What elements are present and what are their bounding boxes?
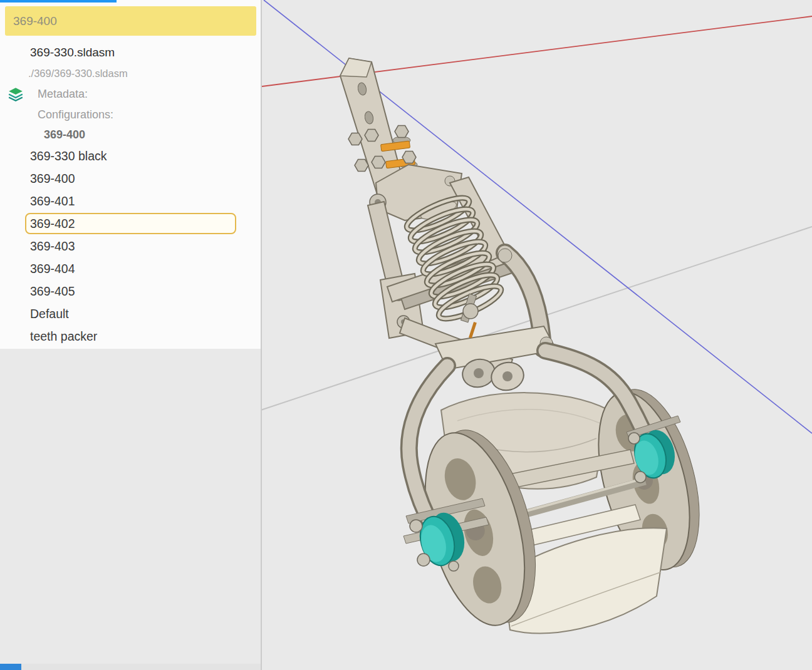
3d-viewport[interactable] bbox=[262, 0, 812, 670]
metadata-label: Metadata: bbox=[38, 88, 88, 101]
metadata-label-row: Metadata: bbox=[0, 84, 261, 105]
config-item[interactable]: Default bbox=[0, 302, 261, 325]
assembly-file-name[interactable]: 369-330.sldasm bbox=[0, 42, 261, 63]
layers-icon bbox=[8, 86, 24, 102]
config-tree: 369-330.sldasm ./369/369-330.sldasm Meta… bbox=[0, 36, 261, 348]
cad-canvas[interactable] bbox=[262, 0, 812, 670]
config-item[interactable]: 369-401 bbox=[0, 190, 261, 212]
progress-bar bbox=[0, 0, 117, 3]
config-item[interactable]: 369-405 bbox=[0, 280, 261, 302]
sidebar: 369-330.sldasm ./369/369-330.sldasm Meta… bbox=[0, 0, 261, 670]
selected-config-box[interactable]: 369-402 bbox=[25, 213, 236, 234]
axis-triad bbox=[262, 0, 812, 433]
scrollbar-thumb[interactable] bbox=[0, 664, 21, 670]
config-item[interactable]: 369-400 bbox=[0, 167, 261, 190]
config-item[interactable]: 369-403 bbox=[0, 235, 261, 257]
config-panel: 369-330.sldasm ./369/369-330.sldasm Meta… bbox=[0, 0, 261, 349]
active-config-row: 369-400 bbox=[0, 125, 261, 145]
configurations-label-row: Configurations: bbox=[0, 105, 261, 125]
config-item[interactable]: 369-404 bbox=[0, 257, 261, 280]
config-item[interactable]: teeth packer bbox=[0, 325, 261, 348]
horizontal-scrollbar[interactable] bbox=[0, 664, 261, 670]
config-search-input[interactable] bbox=[5, 6, 256, 36]
assembly-file-path: ./369/369-330.sldasm bbox=[0, 63, 261, 84]
panel-divider bbox=[261, 0, 262, 670]
config-item[interactable]: 369-330 black bbox=[0, 145, 261, 167]
config-item-selected[interactable]: 369-402 bbox=[0, 212, 261, 235]
